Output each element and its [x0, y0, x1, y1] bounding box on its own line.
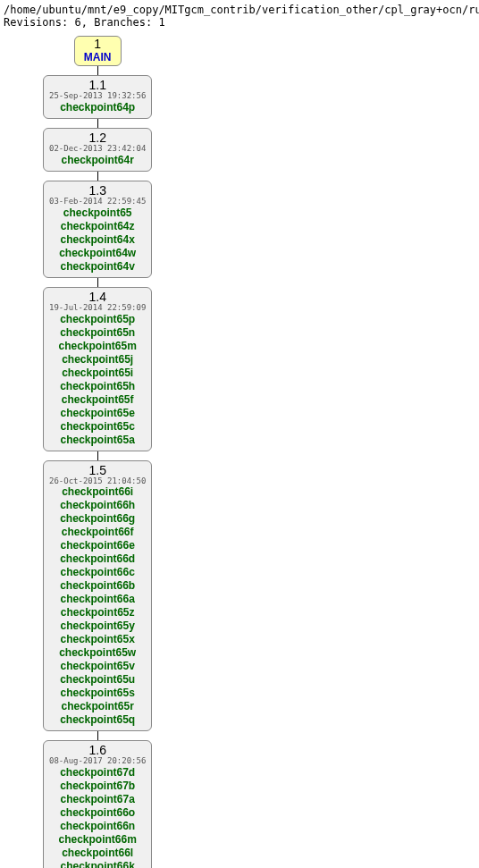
tag-label: checkpoint64z	[49, 220, 146, 233]
revision-number: 1.6	[49, 743, 146, 757]
tag-label: checkpoint66k	[49, 860, 146, 868]
tag-label: checkpoint65i	[49, 367, 146, 380]
tag-label: checkpoint66c	[49, 566, 146, 579]
tag-label: checkpoint65v	[49, 660, 146, 673]
connector	[97, 66, 98, 75]
tag-label: checkpoint65y	[49, 619, 146, 633]
tag-label: checkpoint66g	[49, 512, 146, 526]
tag-label: checkpoint66d	[49, 552, 146, 566]
branch-name: MAIN	[84, 51, 112, 63]
connector	[97, 172, 98, 181]
tag-label: checkpoint65p	[49, 313, 146, 326]
file-path: /home/ubuntu/mnt/e9_copy/MITgcm_contrib/…	[4, 4, 475, 16]
tag-label: checkpoint64p	[49, 101, 146, 114]
revision-graph: 1MAIN1.125-Sep-2013 19:32:56checkpoint64…	[14, 36, 475, 868]
branch-node[interactable]: 1MAIN	[74, 36, 122, 66]
connector	[97, 119, 98, 128]
tag-label: checkpoint65m	[49, 340, 146, 353]
tag-label: checkpoint65q	[49, 713, 146, 727]
tag-label: checkpoint65n	[49, 326, 146, 340]
revision-node[interactable]: 1.526-Oct-2015 21:04:50checkpoint66ichec…	[43, 460, 152, 732]
tag-label: checkpoint65c	[49, 420, 146, 434]
tag-label: checkpoint65s	[49, 687, 146, 700]
revision-date: 19-Jul-2014 22:59:09	[49, 304, 146, 313]
revision-node[interactable]: 1.419-Jul-2014 22:59:09checkpoint65pchec…	[43, 287, 152, 451]
tag-label: checkpoint67b	[49, 780, 146, 793]
revision-node[interactable]: 1.202-Dec-2013 23:42:04checkpoint64r	[43, 128, 152, 172]
revision-date: 02-Dec-2013 23:42:04	[49, 145, 146, 154]
tag-label: checkpoint66a	[49, 593, 146, 606]
tag-label: checkpoint66o	[49, 806, 146, 820]
tag-label: checkpoint66b	[49, 579, 146, 593]
tag-label: checkpoint67a	[49, 793, 146, 806]
revisions-summary: Revisions: 6, Branches: 1	[4, 16, 475, 29]
tag-label: checkpoint66f	[49, 526, 146, 539]
revision-node[interactable]: 1.125-Sep-2013 19:32:56checkpoint64p	[43, 75, 152, 119]
tag-label: checkpoint67d	[49, 766, 146, 780]
branch-number: 1	[84, 37, 112, 51]
tag-label: checkpoint64w	[49, 247, 146, 260]
tag-label: checkpoint65r	[49, 700, 146, 713]
revision-node[interactable]: 1.608-Aug-2017 20:20:56checkpoint67dchec…	[43, 740, 152, 868]
connector	[97, 451, 98, 460]
tag-label: checkpoint65h	[49, 380, 146, 393]
tag-label: checkpoint65z	[49, 606, 146, 619]
tag-label: checkpoint66n	[49, 820, 146, 833]
tag-label: checkpoint64x	[49, 233, 146, 247]
tag-label: checkpoint65a	[49, 434, 146, 447]
tag-label: checkpoint66i	[49, 485, 146, 499]
revision-number: 1.1	[49, 78, 146, 92]
revision-date: 26-Oct-2015 21:04:50	[49, 477, 146, 486]
tag-label: checkpoint66h	[49, 499, 146, 512]
tag-label: checkpoint65w	[49, 646, 146, 660]
tag-label: checkpoint65j	[49, 353, 146, 367]
tag-label: checkpoint65e	[49, 407, 146, 420]
revision-number: 1.5	[49, 463, 146, 477]
tag-label: checkpoint65u	[49, 673, 146, 687]
tag-label: checkpoint65	[49, 206, 146, 220]
connector	[97, 278, 98, 287]
revision-number: 1.4	[49, 290, 146, 304]
revision-number: 1.3	[49, 183, 146, 198]
revision-date: 03-Feb-2014 22:59:45	[49, 198, 146, 206]
tag-label: checkpoint64r	[49, 154, 146, 167]
tag-label: checkpoint66m	[49, 833, 146, 847]
tag-label: checkpoint64v	[49, 260, 146, 274]
tag-label: checkpoint66l	[49, 847, 146, 860]
revision-node[interactable]: 1.303-Feb-2014 22:59:45checkpoint65check…	[43, 181, 152, 278]
revision-date: 08-Aug-2017 20:20:56	[49, 757, 146, 766]
connector	[97, 731, 98, 740]
tag-label: checkpoint65x	[49, 633, 146, 646]
tag-label: checkpoint65f	[49, 393, 146, 407]
revision-number: 1.2	[49, 131, 146, 145]
tag-label: checkpoint66e	[49, 539, 146, 552]
revision-date: 25-Sep-2013 19:32:56	[49, 92, 146, 101]
